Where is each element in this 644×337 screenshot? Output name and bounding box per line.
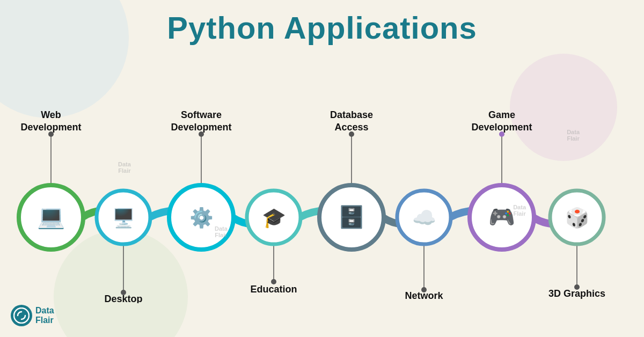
svg-point-10 bbox=[271, 240, 276, 246]
svg-point-20 bbox=[499, 131, 504, 137]
svg-point-36 bbox=[470, 185, 534, 250]
svg-point-26 bbox=[97, 191, 150, 244]
watermark-1: DataFlair bbox=[567, 129, 580, 142]
svg-text:Desktop: Desktop bbox=[104, 294, 142, 303]
svg-text:Game: Game bbox=[488, 109, 515, 120]
svg-text:🎓: 🎓 bbox=[262, 206, 286, 229]
svg-point-7 bbox=[199, 184, 204, 189]
svg-text:Development: Development bbox=[171, 122, 231, 133]
svg-point-24 bbox=[19, 185, 83, 250]
svg-point-32 bbox=[319, 185, 384, 250]
chain-svg: 💻 🖥️ ⚙️ 🎓 🗄️ ☁️ 🎮 🎲 Web Development Soft… bbox=[0, 46, 644, 303]
svg-text:Access: Access bbox=[334, 122, 368, 133]
svg-text:🎲: 🎲 bbox=[565, 206, 589, 229]
svg-text:3D Graphics: 3D Graphics bbox=[548, 288, 605, 299]
svg-text:🗄️: 🗄️ bbox=[338, 204, 365, 230]
svg-text:Programming: Programming bbox=[392, 302, 455, 303]
svg-point-22 bbox=[574, 240, 580, 246]
svg-point-19 bbox=[499, 184, 504, 189]
watermark-4: DataFlair bbox=[215, 225, 228, 238]
svg-text:Development: Development bbox=[20, 122, 81, 133]
svg-point-17 bbox=[421, 287, 427, 292]
svg-point-4 bbox=[121, 240, 126, 246]
svg-text:Software: Software bbox=[181, 109, 222, 120]
svg-text:Education: Education bbox=[250, 284, 297, 295]
logo-icon bbox=[11, 305, 32, 326]
svg-point-1 bbox=[48, 184, 54, 189]
svg-point-34 bbox=[397, 191, 451, 244]
svg-point-23 bbox=[574, 284, 580, 290]
svg-point-5 bbox=[121, 290, 126, 295]
logo-text: Data Flair bbox=[35, 306, 54, 325]
svg-text:💻: 💻 bbox=[37, 203, 65, 230]
watermark-2: DataFlair bbox=[513, 204, 526, 217]
svg-text:☁️: ☁️ bbox=[412, 206, 436, 229]
svg-point-54 bbox=[14, 308, 29, 323]
svg-point-2 bbox=[48, 131, 54, 137]
svg-text:⚙️: ⚙️ bbox=[189, 206, 214, 229]
diagram-area: 💻 🖥️ ⚙️ 🎓 🗄️ ☁️ 🎮 🎲 Web Development Soft… bbox=[0, 46, 644, 303]
svg-text:🎮: 🎮 bbox=[488, 204, 515, 230]
svg-point-28 bbox=[169, 185, 233, 250]
svg-point-11 bbox=[271, 279, 276, 284]
watermark-3: DataFlair bbox=[118, 161, 131, 174]
svg-point-8 bbox=[199, 131, 204, 137]
svg-text:Development: Development bbox=[471, 122, 532, 133]
svg-point-30 bbox=[247, 191, 301, 244]
svg-text:Database: Database bbox=[330, 109, 373, 120]
svg-point-13 bbox=[349, 184, 354, 189]
svg-point-14 bbox=[349, 131, 354, 137]
svg-text:🖥️: 🖥️ bbox=[112, 207, 135, 229]
logo: Data Flair bbox=[11, 305, 54, 326]
svg-text:Web: Web bbox=[41, 109, 61, 120]
svg-point-38 bbox=[550, 191, 604, 244]
svg-point-16 bbox=[421, 240, 427, 246]
svg-text:Network: Network bbox=[405, 290, 443, 301]
